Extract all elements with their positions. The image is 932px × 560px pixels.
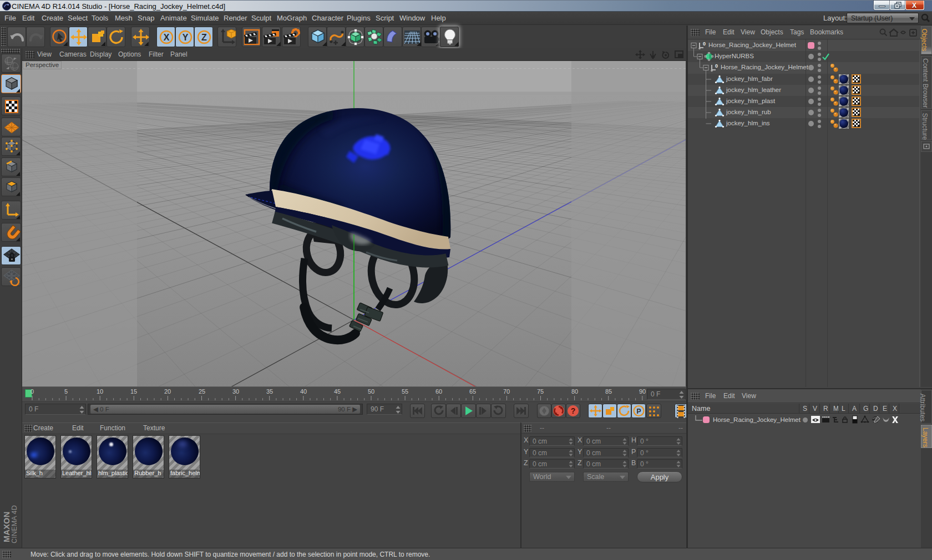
svg-text:X: X bbox=[164, 33, 170, 42]
svg-text:0: 0 bbox=[715, 63, 718, 69]
svg-text:P: P bbox=[636, 408, 641, 415]
svg-text:Z: Z bbox=[201, 33, 207, 42]
svg-text:?: ? bbox=[571, 406, 576, 415]
svg-text:0: 0 bbox=[703, 41, 706, 47]
svg-text:Y: Y bbox=[183, 33, 189, 42]
